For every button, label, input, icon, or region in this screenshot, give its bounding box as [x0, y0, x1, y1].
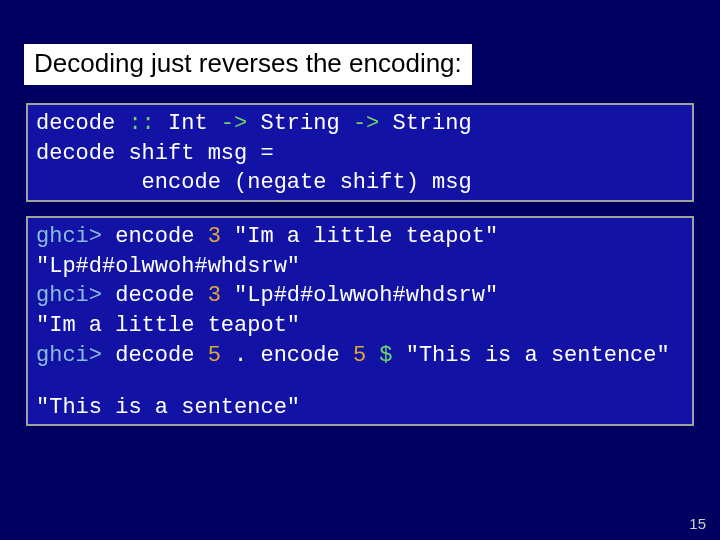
code-token: String	[260, 111, 352, 136]
blank-line	[36, 371, 684, 393]
code-token: decode	[115, 283, 207, 308]
code-token: . encode	[234, 343, 353, 368]
code-line: "Lp#d#olwwoh#whdsrw"	[36, 252, 684, 282]
code-token: String	[392, 111, 471, 136]
code-token: ->	[221, 111, 261, 136]
code-line: "Im a little teapot"	[36, 311, 684, 341]
page-number: 15	[689, 515, 706, 532]
code-block-definition: decode :: Int -> String -> String decode…	[26, 103, 694, 202]
code-line: decode :: Int -> String -> String	[36, 109, 684, 139]
code-line: ghci> decode 3 "Lp#d#olwwoh#whdsrw"	[36, 281, 684, 311]
code-line: ghci> decode 5 . encode 5 $ "This is a s…	[36, 341, 684, 371]
ghci-prompt: ghci>	[36, 224, 115, 249]
code-token: "Lp#d#olwwoh#whdsrw"	[234, 283, 498, 308]
code-number: 3	[208, 283, 234, 308]
code-token: ->	[353, 111, 393, 136]
code-line: ghci> encode 3 "Im a little teapot"	[36, 222, 684, 252]
code-token: Int	[168, 111, 221, 136]
code-line: decode shift msg =	[36, 139, 684, 169]
code-token: encode	[115, 224, 207, 249]
ghci-prompt: ghci>	[36, 343, 115, 368]
code-block-session: ghci> encode 3 "Im a little teapot" "Lp#…	[26, 216, 694, 426]
code-token: decode	[36, 111, 128, 136]
slide-heading: Decoding just reverses the encoding:	[24, 44, 472, 85]
code-line: encode (negate shift) msg	[36, 168, 684, 198]
code-token: $	[379, 343, 405, 368]
code-line: "This is a sentence"	[36, 393, 684, 423]
code-token: ::	[128, 111, 168, 136]
code-token: "This is a sentence"	[406, 343, 670, 368]
slide: Decoding just reverses the encoding: dec…	[0, 0, 720, 540]
code-number: 5	[353, 343, 379, 368]
code-token: decode	[115, 343, 207, 368]
ghci-prompt: ghci>	[36, 283, 115, 308]
code-number: 3	[208, 224, 234, 249]
code-token: "Im a little teapot"	[234, 224, 498, 249]
code-number: 5	[208, 343, 234, 368]
